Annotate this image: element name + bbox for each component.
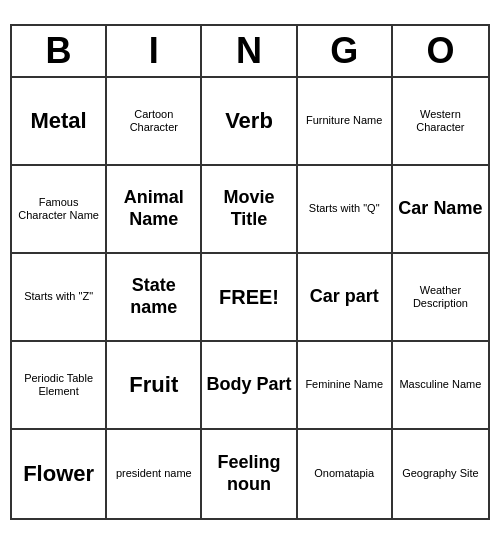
bingo-cell-1: Cartoon Character (107, 78, 202, 166)
bingo-cell-13: Car part (298, 254, 393, 342)
bingo-cell-7: Movie Title (202, 166, 297, 254)
bingo-cell-2: Verb (202, 78, 297, 166)
bingo-cell-16: Fruit (107, 342, 202, 430)
header-letter: N (202, 26, 297, 76)
bingo-cell-24: Geography Site (393, 430, 488, 518)
header-letter: O (393, 26, 488, 76)
bingo-cell-8: Starts with "Q" (298, 166, 393, 254)
bingo-cell-12: FREE! (202, 254, 297, 342)
bingo-cell-17: Body Part (202, 342, 297, 430)
bingo-grid: MetalCartoon CharacterVerbFurniture Name… (12, 78, 488, 518)
bingo-cell-22: Feeling noun (202, 430, 297, 518)
bingo-cell-0: Metal (12, 78, 107, 166)
bingo-cell-10: Starts with "Z" (12, 254, 107, 342)
bingo-cell-5: Famous Character Name (12, 166, 107, 254)
bingo-cell-20: Flower (12, 430, 107, 518)
bingo-cell-19: Masculine Name (393, 342, 488, 430)
bingo-cell-6: Animal Name (107, 166, 202, 254)
header-letter: G (298, 26, 393, 76)
bingo-cell-21: president name (107, 430, 202, 518)
bingo-cell-4: Western Character (393, 78, 488, 166)
bingo-cell-14: Weather Description (393, 254, 488, 342)
bingo-cell-18: Feminine Name (298, 342, 393, 430)
bingo-cell-15: Periodic Table Element (12, 342, 107, 430)
bingo-cell-23: Onomatapia (298, 430, 393, 518)
bingo-cell-11: State name (107, 254, 202, 342)
bingo-cell-3: Furniture Name (298, 78, 393, 166)
bingo-header: BINGO (12, 26, 488, 78)
header-letter: I (107, 26, 202, 76)
bingo-card: BINGO MetalCartoon CharacterVerbFurnitur… (10, 24, 490, 520)
bingo-cell-9: Car Name (393, 166, 488, 254)
header-letter: B (12, 26, 107, 76)
